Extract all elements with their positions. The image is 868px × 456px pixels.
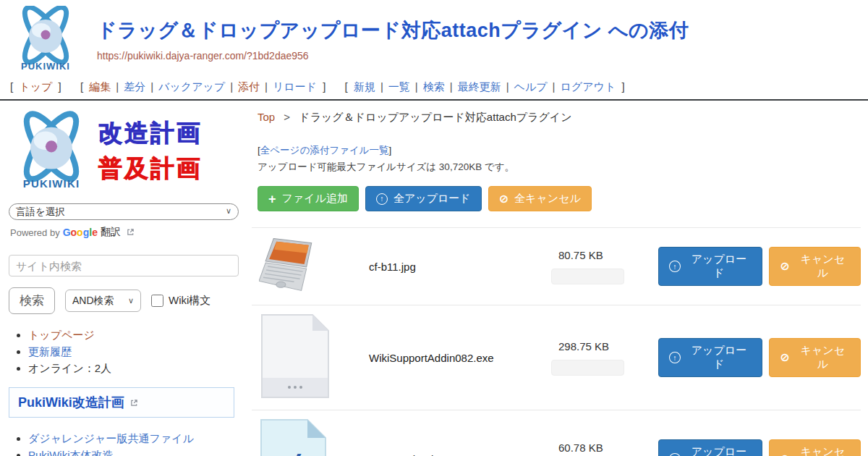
nav-item-new[interactable]: 新規 — [354, 80, 375, 93]
search-mode-select[interactable]: AND検索 ∨ — [65, 290, 141, 312]
cancel-file-button[interactable]: ⊘ キャンセル — [769, 439, 861, 456]
cancel-all-button[interactable]: ⊘ 全キャンセル — [488, 186, 592, 211]
file-name: contents.html — [369, 453, 551, 456]
file-size: 298.75 KB — [558, 340, 647, 352]
bracket: ] — [323, 80, 326, 93]
sidebar-link-common-files[interactable]: ダジャレンジャー版共通ファイル — [28, 432, 194, 444]
nav-group-site-actions: [ 新規|一覧|検索|最終更新|ヘルプ|ログアウト ] — [342, 80, 628, 93]
nav-item-diff[interactable]: 差分 — [124, 80, 145, 93]
svg-text:PUKIWIKI: PUKIWIKI — [21, 61, 70, 72]
google-translate-attribution: Powered by Google 翻訳 — [10, 226, 234, 239]
cancel-icon: ⊘ — [780, 453, 789, 456]
nav-item-reload[interactable]: リロード — [273, 80, 317, 93]
generic-file-icon — [259, 389, 331, 401]
header-text-block: ドラッグ＆ドロップアップロード対応attachプラグイン への添付 https:… — [97, 6, 689, 62]
nav-item-logout[interactable]: ログアウト — [561, 80, 616, 93]
upload-file-list: cf-b11.jpg 80.75 KB ↑ アップロード ⊘ キャンセル — [252, 227, 861, 456]
site-header: PUKIWIKI ドラッグ＆ドロップアップロード対応attachプラグイン への… — [0, 0, 868, 75]
nav-item-attach[interactable]: 添付 — [238, 80, 260, 93]
sidebar-logo[interactable]: PUKIWIKI 改造計画 普及計画 — [9, 109, 234, 193]
external-link-icon — [127, 227, 135, 238]
list-item: オンライン：2人 — [28, 360, 234, 376]
site-search-input[interactable] — [9, 255, 239, 276]
sidebar-link-toppage[interactable]: トップページ — [28, 329, 95, 341]
nav-item-search[interactable]: 検索 — [423, 80, 445, 93]
breadcrumb-current: ドラッグ＆ドロップアップロード対応attachプラグイン — [299, 111, 571, 123]
nav-item-list[interactable]: 一覧 — [388, 80, 410, 93]
wiki-syntax-checkbox[interactable] — [151, 295, 163, 307]
sidebar-plugin-links: ダジャレンジャー版共通ファイル PukiWiki本体改造 PukiWikiテキス… — [9, 431, 234, 456]
bracket: ] — [388, 145, 391, 156]
separator: | — [380, 80, 383, 93]
upload-all-button[interactable]: ↑ 全アップロード — [365, 186, 482, 211]
breadcrumb-home-link[interactable]: Top — [258, 111, 275, 123]
google-logo: Google — [63, 227, 98, 238]
cancel-file-button[interactable]: ⊘ キャンセル — [769, 247, 861, 286]
cancel-label: キャンセル — [796, 344, 850, 371]
online-count-label: オンライン：2人 — [28, 362, 111, 374]
file-meta-cell: 80.75 KB — [551, 249, 647, 284]
attach-list-line: [全ページの添付ファイル一覧] — [258, 144, 861, 157]
upload-file-button[interactable]: ↑ アップロード — [658, 439, 762, 456]
bracket: [ — [80, 80, 83, 93]
cancel-label: キャンセル — [796, 445, 850, 456]
file-size: 60.78 KB — [558, 442, 647, 454]
max-upload-size-note: アップロード可能最大ファイルサイズは 30,720KB です。 — [258, 161, 861, 174]
file-actions: ↑ アップロード ⊘ キャンセル — [658, 338, 861, 377]
file-actions: ↑ アップロード ⊘ キャンセル — [658, 439, 861, 456]
upload-file-button[interactable]: ↑ アップロード — [658, 338, 762, 377]
site-title-box: PukiWiki改造計画 — [9, 387, 234, 418]
nav-item-top[interactable]: トップ — [19, 80, 52, 93]
upload-label: アップロード — [686, 445, 752, 456]
cancel-icon: ⊘ — [780, 261, 789, 272]
wiki-syntax-label: Wiki構文 — [169, 294, 210, 308]
separator: | — [230, 80, 233, 93]
list-item: トップページ — [28, 327, 234, 343]
cancel-all-label: 全キャンセル — [514, 192, 581, 206]
upload-arrow-icon: ↑ — [669, 352, 681, 363]
nav-item-help[interactable]: ヘルプ — [514, 80, 548, 93]
file-row-cf-b11: cf-b11.jpg 80.75 KB ↑ アップロード ⊘ キャンセル — [252, 227, 861, 305]
plus-icon: + — [268, 193, 276, 206]
upload-all-label: 全アップロード — [393, 192, 471, 206]
nav-item-recent[interactable]: 最終更新 — [458, 80, 501, 93]
file-meta-cell: 60.78 KB — [551, 442, 647, 456]
all-pages-attach-list-link[interactable]: 全ページの添付ファイル一覧 — [260, 145, 389, 156]
upload-toolbar: + ファイル追加 ↑ 全アップロード ⊘ 全キャンセル — [258, 186, 861, 211]
page-url[interactable]: https://pukiwiki.dajya-ranger.com/?1bd2d… — [97, 50, 689, 62]
sidebar-link-core-mods[interactable]: PukiWiki本体改造 — [28, 449, 114, 456]
bracket: ] — [621, 80, 624, 93]
bracket: [ — [10, 80, 13, 93]
svg-text:PUKIWIKI: PUKIWIKI — [23, 177, 80, 190]
pukiwiki-attach-page: PUKIWIKI ドラッグ＆ドロップアップロード対応attachプラグイン への… — [0, 0, 868, 456]
pukiwiki-atom-logo-small-icon: PUKIWIKI — [9, 109, 94, 193]
search-mode-value: AND検索 — [72, 295, 114, 306]
file-row-contents-html: </> contents.html 60.78 KB ↑ アップロード — [252, 410, 861, 456]
separator: | — [116, 80, 119, 93]
separator: | — [450, 80, 453, 93]
pukiwiki-atom-logo-icon[interactable]: PUKIWIKI — [9, 6, 82, 75]
search-button[interactable]: 検索 — [9, 287, 55, 314]
nav-group-top: [ トップ ] — [7, 80, 64, 93]
language-select[interactable]: 言語を選択 ∨ — [9, 203, 239, 220]
sidebar-quick-links: トップページ 更新履歴 オンライン：2人 — [9, 327, 234, 376]
site-title-link[interactable]: PukiWiki改造計画 — [18, 395, 124, 410]
upload-label: アップロード — [686, 253, 752, 280]
nav-item-backup[interactable]: バックアップ — [158, 80, 225, 93]
file-thumbnail-cell — [252, 236, 369, 297]
chevron-down-icon: ∨ — [128, 296, 134, 305]
file-name: cf-b11.jpg — [369, 261, 551, 273]
translate-label[interactable]: 翻訳 — [101, 226, 121, 239]
nav-item-edit[interactable]: 編集 — [89, 80, 111, 93]
sidebar-link-history[interactable]: 更新履歴 — [28, 345, 72, 358]
bracket: [ — [345, 80, 348, 93]
list-item: ダジャレンジャー版共通ファイル — [28, 431, 234, 447]
upload-progress-bar — [551, 269, 624, 284]
upload-file-button[interactable]: ↑ アップロード — [658, 247, 762, 286]
cancel-file-button[interactable]: ⊘ キャンセル — [769, 338, 861, 377]
add-file-button[interactable]: + ファイル追加 — [258, 186, 359, 211]
page-title: ドラッグ＆ドロップアップロード対応attachプラグイン への添付 — [97, 17, 689, 43]
upload-arrow-icon: ↑ — [376, 193, 388, 205]
file-row-wikisupportaddin: WikiSupportAddin082.exe 298.75 KB ↑ アップロ… — [252, 305, 861, 410]
language-select-value: 言語を選択 — [16, 206, 65, 217]
